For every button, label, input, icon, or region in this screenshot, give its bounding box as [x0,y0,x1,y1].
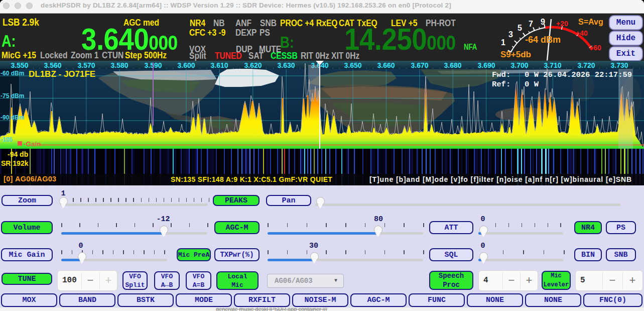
svg-text:-60 dBm: -60 dBm [1,70,24,77]
svg-text:DL1BZ - JO71FE: DL1BZ - JO71FE [29,69,95,79]
svg-text:-90 dBm: -90 dBm [1,114,24,121]
svg-text:-75 dBm: -75 dBm [1,92,24,99]
svg-text:-105: -105 [1,136,13,143]
svg-text:-Gain: -Gain [24,140,41,148]
svg-text:Ref: 0 W: Ref: 0 W [492,80,539,89]
svg-text:Fwd: 0 W 26.04.2026 22:17:59: Fwd: 0 W 26.04.2026 22:17:59 [492,70,632,79]
